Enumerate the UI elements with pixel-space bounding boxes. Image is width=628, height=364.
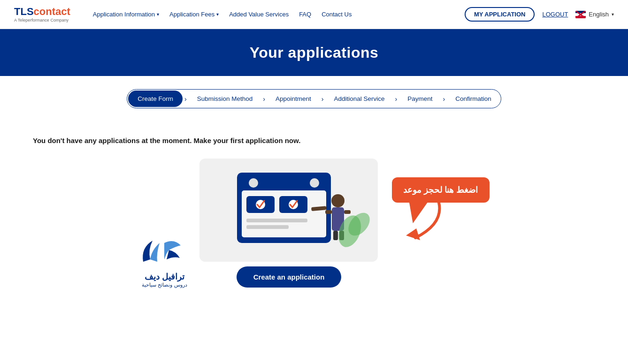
svg-marker-20 bbox=[406, 228, 420, 240]
nav-added-value-services[interactable]: Added Value Services bbox=[225, 9, 292, 20]
header: TLScontact A Teleperformance Company App… bbox=[0, 0, 628, 29]
partner-subtitle: دروس ونصائح سياحية bbox=[142, 282, 187, 288]
illustration-svg bbox=[199, 159, 378, 262]
svg-point-3 bbox=[310, 178, 319, 188]
svg-rect-14 bbox=[344, 210, 351, 214]
partner-logo-icon bbox=[138, 234, 190, 269]
step-divider-5: › bbox=[442, 95, 446, 103]
step-create-form[interactable]: Create Form bbox=[128, 91, 183, 107]
svg-rect-9 bbox=[246, 219, 307, 222]
tooltip-text: اضغط هنا لحجز موعد bbox=[403, 185, 478, 195]
nav-contact-us[interactable]: Contact Us bbox=[318, 9, 355, 20]
step-submission-method[interactable]: Submission Method bbox=[188, 91, 262, 107]
svg-rect-10 bbox=[246, 225, 289, 229]
nav-application-fees[interactable]: Application Fees ▾ bbox=[166, 9, 222, 20]
stepper-container: Create Form › Submission Method › Appoin… bbox=[0, 76, 628, 118]
nav-application-information[interactable]: Application Information ▾ bbox=[89, 9, 163, 20]
step-confirmation[interactable]: Confirmation bbox=[446, 91, 501, 107]
page-title: Your applications bbox=[250, 44, 379, 61]
logo[interactable]: TLScontact A Teleperformance Company bbox=[14, 7, 70, 23]
logo-subtitle: A Teleperformance Company bbox=[14, 18, 70, 23]
main-area: ترافيل ديف دروس ونصائح سياحية bbox=[28, 159, 600, 288]
language-label: English bbox=[589, 11, 609, 18]
stepper: Create Form › Submission Method › Appoin… bbox=[127, 89, 501, 108]
no-applications-message: You don't have any applications at the m… bbox=[33, 136, 300, 144]
illustration-box bbox=[199, 159, 378, 262]
chevron-down-icon: ▾ bbox=[612, 12, 614, 17]
svg-point-2 bbox=[249, 178, 258, 188]
step-divider-1: › bbox=[184, 95, 188, 103]
nav-faq[interactable]: FAQ bbox=[295, 9, 315, 20]
svg-rect-13 bbox=[325, 210, 332, 214]
cta-wrapper: Create an application bbox=[237, 266, 342, 288]
hero-banner: Your applications bbox=[0, 29, 628, 76]
my-application-button[interactable]: MY APPLICATION bbox=[465, 7, 535, 22]
step-divider-4: › bbox=[394, 95, 398, 103]
uk-flag-icon bbox=[575, 11, 586, 18]
logo-contact: contact bbox=[34, 6, 70, 17]
chevron-down-icon: ▾ bbox=[216, 12, 219, 17]
svg-point-11 bbox=[331, 194, 345, 207]
step-appointment[interactable]: Appointment bbox=[266, 91, 321, 107]
main-content: You don't have any applications at the m… bbox=[0, 118, 628, 302]
create-application-button[interactable]: Create an application bbox=[237, 266, 342, 288]
step-additional-service[interactable]: Additional Service bbox=[324, 91, 394, 107]
partner-name: ترافيل ديف bbox=[145, 272, 184, 282]
main-nav: Application Information ▾ Application Fe… bbox=[89, 9, 465, 20]
step-divider-3: › bbox=[321, 95, 325, 103]
header-right: MY APPLICATION LOGOUT English ▾ bbox=[465, 7, 614, 22]
partner-logo-area: ترافيل ديف دروس ونصائح سياحية bbox=[138, 234, 190, 288]
logout-button[interactable]: LOGOUT bbox=[542, 11, 568, 18]
svg-rect-15 bbox=[333, 231, 338, 240]
tooltip-bubble: اضغط هنا لحجز موعد bbox=[392, 177, 489, 203]
logo-text: TLScontact bbox=[14, 7, 70, 17]
logo-tls: TLS bbox=[14, 6, 34, 17]
chevron-down-icon: ▾ bbox=[157, 12, 159, 17]
tooltip-area: اضغط هنا لحجز موعد bbox=[392, 177, 489, 244]
step-divider-2: › bbox=[262, 95, 266, 103]
center-column: Create an application bbox=[199, 159, 378, 288]
language-selector[interactable]: English ▾ bbox=[575, 11, 614, 18]
step-payment[interactable]: Payment bbox=[398, 91, 442, 107]
